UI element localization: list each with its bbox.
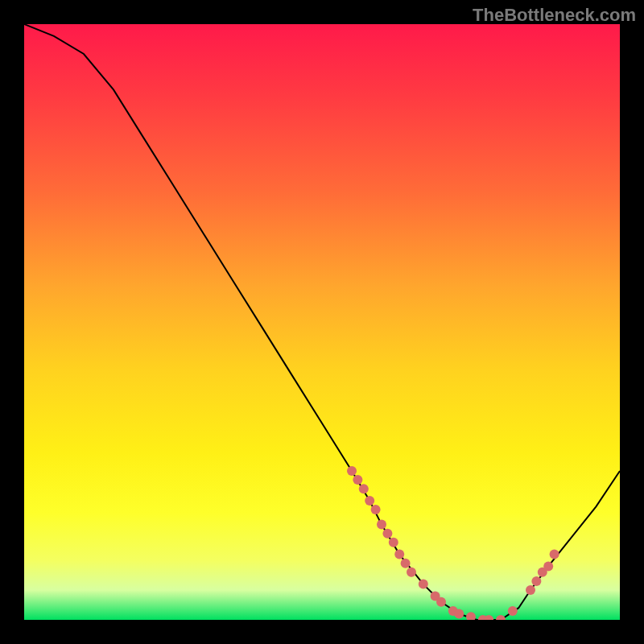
scatter-point xyxy=(508,606,518,616)
scatter-point xyxy=(550,550,559,559)
scatter-point xyxy=(484,615,493,620)
scatter-point xyxy=(365,496,374,506)
scatter-point xyxy=(371,505,381,514)
scatter-point xyxy=(389,538,398,547)
scatter-point xyxy=(394,550,404,559)
scatter-point xyxy=(436,597,446,607)
plot-area xyxy=(24,24,620,620)
scatter-point xyxy=(401,559,411,568)
scatter-point xyxy=(377,520,386,530)
scatter-point xyxy=(454,609,464,619)
scatter-point xyxy=(353,475,362,485)
bottleneck-curve xyxy=(24,24,620,620)
scatter-markers xyxy=(347,466,559,620)
watermark-text: TheBottleneck.com xyxy=(473,5,636,26)
scatter-point xyxy=(543,561,553,571)
scatter-point xyxy=(382,529,392,539)
scatter-point xyxy=(466,612,476,620)
scatter-point xyxy=(526,585,535,595)
scatter-point xyxy=(496,615,506,620)
curve-svg xyxy=(24,24,620,620)
scatter-point xyxy=(419,580,428,589)
scatter-point xyxy=(407,568,416,577)
scatter-point xyxy=(347,466,357,476)
scatter-point xyxy=(359,484,369,493)
chart-container: TheBottleneck.com xyxy=(0,0,644,644)
scatter-point xyxy=(531,576,541,586)
